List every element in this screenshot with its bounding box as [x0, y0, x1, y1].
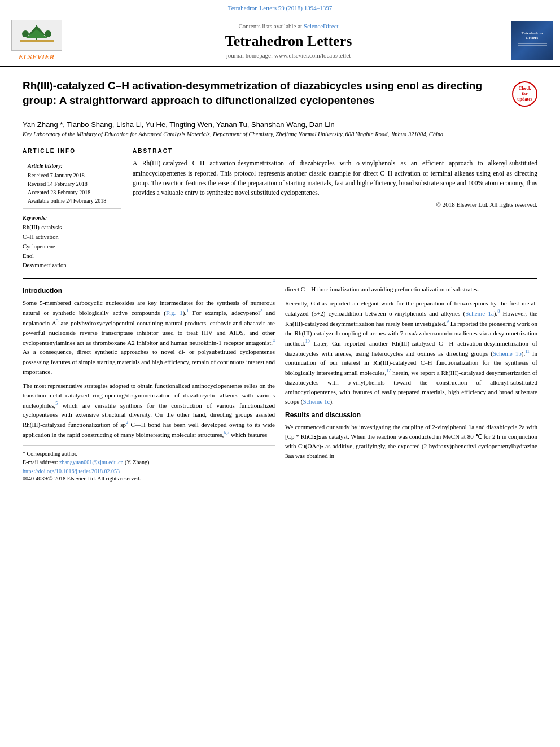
article-content: Rh(III)-catalyzed C–H activation-desymme… [0, 67, 560, 493]
journal-cover-section: TetrahedronLetters [504, 15, 560, 66]
journal-cover-decoration [514, 42, 550, 50]
right-paragraph-2: Recently, Gulias reported an elegant wor… [285, 299, 537, 407]
article-history-box: Article history: Received 7 January 2018… [23, 159, 121, 209]
elsevier-logo-section: ELSEVIER [0, 15, 73, 66]
scheme1c-link[interactable]: Scheme 1c [303, 398, 330, 405]
footnote-area: * Corresponding author. E-mail address: … [23, 445, 275, 482]
keyword-5: Desymmetrization [23, 261, 121, 270]
journal-bar: Tetrahedron Letters 59 (2018) 1394–1397 [0, 0, 560, 15]
check-badge-text: Checkforupdates [517, 86, 532, 102]
issn-line: 0040-4039/© 2018 Elsevier Ltd. All right… [23, 475, 275, 482]
scheme1b-link[interactable]: Scheme 1b [493, 350, 522, 356]
available-date: Available online 24 February 2018 [28, 196, 116, 205]
introduction-title: Introduction [23, 287, 275, 295]
revised-date: Revised 14 February 2018 [28, 180, 116, 188]
results-paragraph: We commenced our study by investigating … [285, 422, 537, 461]
history-title: Article history: [28, 163, 116, 169]
article-info-col: ARTICLE INFO Article history: Received 7… [23, 148, 121, 270]
journal-cover-title: TetrahedronLetters [522, 31, 542, 41]
journal-homepage: journal homepage: www.elsevier.com/locat… [226, 52, 351, 59]
abstract-text: A Rh(III)-catalyzed C–H activation-desym… [133, 159, 537, 198]
abstract-col: ABSTRACT A Rh(III)-catalyzed C–H activat… [133, 148, 537, 270]
body-divider [23, 278, 537, 279]
keyword-1: Rh(III)-catalysis [23, 223, 121, 233]
email-note: E-mail address: zhangyuan001@zjnu.edu.cn… [23, 458, 275, 466]
keywords-title: Keywords: [23, 215, 121, 221]
keyword-4: Enol [23, 252, 121, 261]
elsevier-logo-img [11, 20, 62, 51]
journal-title: Tetrahedron Letters [225, 33, 352, 50]
affiliation-line: Key Laboratory of the Ministry of Educat… [23, 131, 537, 142]
intro-paragraph-1: Some 5-membered carbocyclic nucleosides … [23, 298, 275, 376]
accepted-date: Accepted 23 February 2018 [28, 188, 116, 196]
scheme1a-link[interactable]: Scheme 1a [465, 310, 494, 317]
left-body-col: Introduction Some 5-membered carbocyclic… [23, 285, 275, 482]
authors-line: Yan Zhang *, Tianbo Shang, Lisha Li, Yu … [23, 120, 537, 129]
doi-link[interactable]: https://doi.org/10.1016/j.tetlet.2018.02… [23, 468, 120, 474]
abstract-rights: © 2018 Elsevier Ltd. All rights reserved… [133, 201, 537, 208]
svg-point-4 [22, 30, 29, 37]
keyword-3: Cyclopentene [23, 242, 121, 252]
intro-paragraph-2: The most representative strategies adopt… [23, 381, 275, 440]
abstract-header: ABSTRACT [133, 148, 537, 154]
svg-rect-0 [20, 40, 54, 42]
journal-citation[interactable]: Tetrahedron Letters 59 (2018) 1394–1397 [228, 5, 332, 11]
header-section: ELSEVIER Contents lists available at Sci… [0, 15, 560, 67]
article-info-header: ARTICLE INFO [23, 148, 121, 154]
results-title: Results and discussion [285, 411, 537, 419]
received-date: Received 7 January 2018 [28, 171, 116, 180]
article-title-section: Rh(III)-catalyzed C–H activation-desymme… [23, 78, 537, 113]
doi-line: https://doi.org/10.1016/j.tetlet.2018.02… [23, 468, 275, 474]
corresponding-author-note: * Corresponding author. [23, 449, 275, 458]
sciencedirect-line: Contents lists available at ScienceDirec… [238, 23, 338, 29]
elsevier-logo: ELSEVIER [11, 20, 62, 62]
journal-cover-image: TetrahedronLetters [511, 21, 553, 60]
elsevier-wordmark: ELSEVIER [19, 53, 55, 62]
sciencedirect-link[interactable]: ScienceDirect [304, 23, 339, 29]
fig1-link[interactable]: Fig. 1 [166, 309, 183, 316]
article-title: Rh(III)-catalyzed C–H activation-desymme… [23, 78, 512, 107]
info-abstract-section: ARTICLE INFO Article history: Received 7… [23, 148, 537, 270]
page-wrapper: Tetrahedron Letters 59 (2018) 1394–1397 … [0, 0, 560, 747]
right-paragraph-1: direct C—H functionalization and avoidin… [285, 285, 537, 294]
journal-title-section: Contents lists available at ScienceDirec… [73, 15, 504, 66]
check-for-updates-badge: Checkforupdates [512, 81, 537, 107]
author-email[interactable]: zhangyuan001@zjnu.edu.cn [59, 459, 124, 465]
body-columns: Introduction Some 5-membered carbocyclic… [23, 285, 537, 482]
svg-point-5 [45, 30, 51, 37]
right-body-col: direct C—H functionalization and avoidin… [285, 285, 537, 482]
keyword-2: C–H activation [23, 233, 121, 242]
